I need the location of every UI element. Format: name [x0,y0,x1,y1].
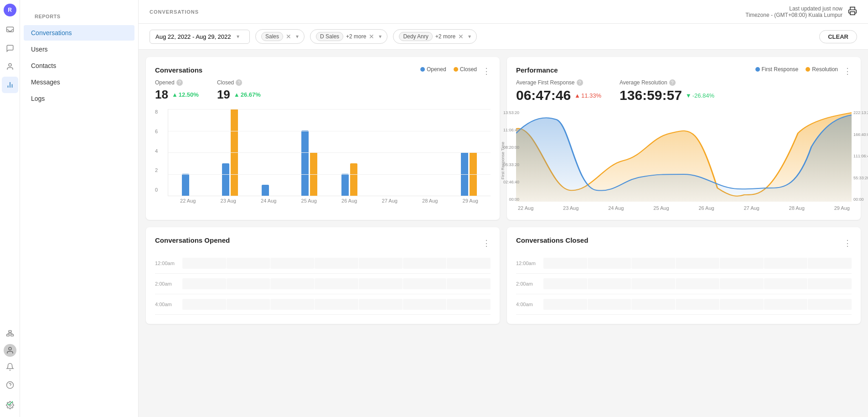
user-clear-icon[interactable]: ✕ [458,33,464,40]
closed-info-icon[interactable]: ? [236,79,242,86]
bar-group-2 [250,185,289,196]
svg-point-1 [9,63,11,66]
resolution-legend-label: Resolution [812,66,838,73]
conv-closed-card: Conversations Closed ⋮ 12:00am 2:00am [507,227,861,324]
agent-chevron-icon: ▾ [379,33,382,40]
check-icon[interactable] [2,395,18,412]
sidebar: Reports Conversations Users Contacts Mes… [20,0,139,417]
perf-y-left: 13:53:20 11:06:40 08:20:00 05:33:20 02:4… [503,110,519,202]
agent-filter[interactable]: D Sales +2 more ✕ ▾ [310,29,388,44]
closed-change: ▲ 26.67% [234,91,261,98]
perf-y-right: 222:13:20 166:40:00 111:06:40 55:33:20 0… [853,110,868,202]
bar-opened-7 [461,152,468,196]
bar-opened-1 [222,163,229,196]
date-range-value: Aug 22, 2022 - Aug 29, 2022 [155,33,231,40]
bell-icon[interactable] [2,359,18,375]
avg-first-stat: Average First Response ? 06:47:46 ▲ 11.3… [516,79,601,103]
timezone-text: Timezone - (GMT+08:00) Kuala Lumpur [745,12,842,18]
team-filter[interactable]: Sales ✕ ▾ [255,29,305,44]
contacts-icon[interactable] [2,58,18,75]
help-icon[interactable] [2,377,18,393]
opened-label: Opened ? [155,79,199,86]
clear-button[interactable]: CLEAR [819,30,857,43]
sidebar-item-conversations[interactable]: Conversations [24,25,134,41]
bar-chart-inner [168,109,491,196]
conversations-card: Conversations Opened Closed ⋮ [146,57,500,220]
perf-legend: First Response Resolution [755,66,838,73]
opened-value: 18 ▲ 12.50% [155,88,199,102]
conv-stats-row: Opened ? 18 ▲ 12.50% Closed ? [155,79,491,102]
avg-resolution-stat: Average Resolution ? 136:59:57 ▼ -26.84% [620,79,714,103]
user-extra: +2 more [435,33,455,40]
sidebar-item-messages[interactable]: Messages [24,74,134,90]
avg-resolution-info-icon[interactable]: ? [669,79,676,86]
first-response-legend-label: First Response [762,66,799,73]
org-icon[interactable] [2,326,18,342]
inbox-icon[interactable] [2,22,18,38]
svg-rect-16 [850,12,855,15]
sidebar-item-users[interactable]: Users [24,42,134,57]
time-label-4: 4:00am [155,302,182,307]
filter-bar: Aug 22, 2022 - Aug 29, 2022 ▾ Sales ✕ ▾ … [139,24,868,50]
user-filter[interactable]: Dedy Anry +2 more ✕ ▾ [393,29,477,44]
sidebar-item-contacts[interactable]: Contacts [24,58,134,73]
user-avatar-bottom[interactable] [4,344,16,357]
performance-card: Performance First Response Resolution ⋮ [507,57,861,220]
sidebar-item-logs[interactable]: Logs [24,91,134,106]
bar-chart-area: 8 6 4 2 0 [155,109,491,203]
x-label-0: 22 Aug [168,198,208,203]
svg-rect-7 [6,334,9,336]
svg-rect-8 [10,334,13,336]
first-response-legend-dot [755,67,760,72]
x-label-4: 26 Aug [329,198,370,203]
conv-legend: Opened Closed [420,66,477,73]
avg-resolution-change: ▼ -26.84% [686,92,714,99]
chat-icon[interactable] [2,40,18,57]
bar-group-4 [330,163,369,196]
avg-first-info-icon[interactable]: ? [577,79,583,86]
last-updated-text: Last updated just now [745,5,842,12]
date-range-filter[interactable]: Aug 22, 2022 - Aug 29, 2022 ▾ [150,30,250,44]
opened-legend-label: Opened [427,66,446,73]
closed-legend-dot [454,67,458,72]
avg-first-value: 06:47:46 [516,88,571,103]
perf-more-menu[interactable]: ⋮ [843,66,852,76]
avg-first-value-row: 06:47:46 ▲ 11.33% [516,88,601,103]
bar-group-3 [289,130,329,196]
x-label-5: 27 Aug [370,198,410,203]
avg-resolution-value-row: 136:59:57 ▼ -26.84% [620,88,714,103]
time-label-2: 2:00am [155,281,182,287]
opened-change: ▲ 12.50% [172,91,199,98]
area-chart-area: 22 Aug23 Aug24 Aug25 Aug 26 Aug27 Aug28 … [516,110,852,211]
avg-resolution-label: Average Resolution ? [620,79,714,86]
print-icon[interactable] [848,6,857,17]
conv-more-menu[interactable]: ⋮ [482,66,491,76]
user-avatar-initial[interactable]: R [4,4,16,16]
icon-rail: R [0,0,20,417]
bar-opened-0 [182,174,189,196]
team-clear-icon[interactable]: ✕ [286,33,291,40]
x-label-1: 23 Aug [208,198,249,203]
main-content: CONVERSATIONS Last updated just now Time… [139,0,868,417]
conv-closed-title: Conversations Closed [516,236,588,244]
reports-icon[interactable] [2,77,18,93]
rail-bottom [2,326,18,412]
closed-time-label-4: 4:00am [516,302,543,307]
conv-opened-title: Conversations Opened [155,236,230,244]
bar-group-0 [170,174,210,196]
opened-info-icon[interactable]: ? [176,79,183,86]
x-label-3: 25 Aug [289,198,330,203]
bar-group-1 [210,109,249,196]
bar-closed-3 [310,152,317,196]
x-labels: 22 Aug23 Aug24 Aug25 Aug26 Aug27 Aug28 A… [168,198,491,203]
svg-rect-6 [9,331,11,333]
date-chevron-icon: ▾ [237,33,239,40]
agent-clear-icon[interactable]: ✕ [369,33,374,40]
conversations-card-title: Conversations [155,66,202,74]
opened-legend-dot [420,67,425,72]
opened-stat: Opened ? 18 ▲ 12.50% [155,79,199,102]
conv-opened-more-menu[interactable]: ⋮ [482,238,491,248]
resolution-legend-dot [806,67,810,72]
closed-legend-label: Closed [460,66,477,73]
conv-closed-more-menu[interactable]: ⋮ [843,238,852,248]
